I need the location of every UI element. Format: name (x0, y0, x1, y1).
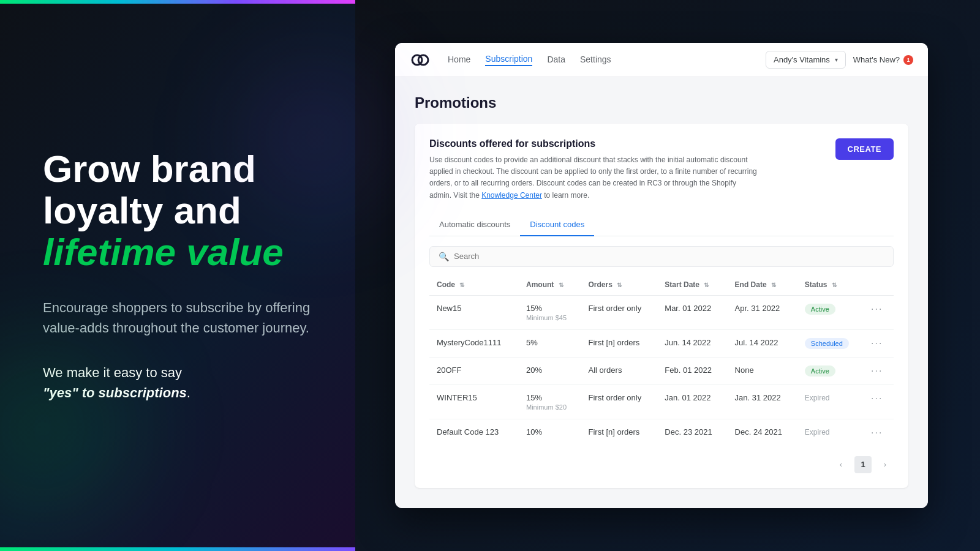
cell-start-date: Jun. 14 2022 (657, 329, 727, 357)
status-badge: Active (805, 365, 835, 377)
cell-end-date: Jan. 31 2022 (728, 384, 797, 419)
right-panel: Home Subscription Data Settings Andy's V… (355, 0, 980, 551)
col-end-date: End Date ⇅ (728, 274, 797, 296)
tabs: Automatic discounts Discount codes (429, 214, 894, 236)
cell-status: Active (797, 295, 864, 329)
table-row: 20OFF 20% All orders Feb. 01 2022 None A… (429, 357, 894, 384)
col-amount: Amount ⇅ (519, 274, 581, 296)
whats-new-button[interactable]: What's New? 1 (853, 55, 913, 65)
discount-codes-table: Code ⇅ Amount ⇅ Orders ⇅ (429, 274, 894, 446)
pagination: ‹ 1 › (429, 456, 894, 473)
cell-code: MysteryCode1111 (429, 329, 519, 357)
sort-icon-start-date[interactable]: ⇅ (704, 282, 709, 288)
cell-actions: ··· (864, 419, 894, 446)
amount-main: 5% (526, 338, 574, 347)
cell-status: Active (797, 357, 864, 384)
cell-actions: ··· (864, 384, 894, 419)
hero-subtitle: Encourage shoppers to subscribe by offer… (43, 298, 318, 338)
nav-links: Home Subscription Data Settings (448, 54, 766, 66)
hero-title-accent: lifetime value (43, 231, 284, 273)
cell-actions: ··· (864, 357, 894, 384)
nav-link-subscription[interactable]: Subscription (485, 54, 532, 66)
cell-amount: 5% (519, 329, 581, 357)
col-status: Status ⇅ (797, 274, 864, 296)
sort-icon-code[interactable]: ⇅ (459, 282, 464, 288)
cell-start-date: Feb. 01 2022 (657, 357, 727, 384)
cell-orders: First order only (581, 295, 658, 329)
table-body: New15 15% Minimum $45 First order only M… (429, 295, 894, 446)
row-actions-button[interactable]: ··· (871, 365, 883, 376)
table-header: Code ⇅ Amount ⇅ Orders ⇅ (429, 274, 894, 296)
col-code: Code ⇅ (429, 274, 519, 296)
cell-amount: 20% (519, 357, 581, 384)
hero-cta-text: We make it easy to say (43, 365, 182, 380)
table-row: New15 15% Minimum $45 First order only M… (429, 295, 894, 329)
hero-title-line2: loyalty and (43, 189, 241, 231)
create-button[interactable]: CREATE (835, 138, 894, 160)
promotions-card: Discounts offered for subscriptions Use … (415, 124, 908, 488)
nav-link-home[interactable]: Home (448, 54, 470, 66)
card-info: Discounts offered for subscriptions Use … (429, 138, 760, 201)
hero-title-line1: Grow brand (43, 148, 256, 190)
current-page-button[interactable]: 1 (854, 456, 872, 473)
cell-code: 20OFF (429, 357, 519, 384)
main-content: Promotions Discounts offered for subscri… (395, 77, 928, 508)
col-actions (864, 274, 894, 296)
cell-orders: First [n] orders (581, 419, 658, 446)
cell-code: Default Code 123 (429, 419, 519, 446)
hero-title: Grow brand loyalty and lifetime value (43, 148, 318, 274)
knowledge-center-link[interactable]: Knowledge Center (481, 191, 542, 200)
col-orders: Orders ⇅ (581, 274, 658, 296)
status-badge: Expired (805, 428, 830, 437)
card-title: Discounts offered for subscriptions (429, 138, 760, 149)
amount-main: 10% (526, 427, 574, 437)
cell-start-date: Jan. 01 2022 (657, 384, 727, 419)
tab-automatic-discounts[interactable]: Automatic discounts (429, 214, 520, 236)
cell-code: New15 (429, 295, 519, 329)
sort-icon-amount[interactable]: ⇅ (559, 282, 564, 288)
prev-page-button[interactable]: ‹ (832, 456, 850, 473)
navbar: Home Subscription Data Settings Andy's V… (395, 43, 928, 77)
amount-sub: Minimum $20 (526, 403, 574, 411)
cell-start-date: Dec. 23 2021 (657, 419, 727, 446)
col-start-date: Start Date ⇅ (657, 274, 727, 296)
row-actions-button[interactable]: ··· (871, 304, 883, 314)
cell-start-date: Mar. 01 2022 (657, 295, 727, 329)
cell-status: Scheduled (797, 329, 864, 357)
svg-point-1 (418, 55, 428, 65)
cell-status: Expired (797, 384, 864, 419)
cell-orders: All orders (581, 357, 658, 384)
sort-icon-status[interactable]: ⇅ (832, 282, 837, 288)
row-actions-button[interactable]: ··· (871, 393, 883, 403)
card-description: Use discount codes to provide an additio… (429, 154, 760, 201)
cell-end-date: Dec. 24 2021 (728, 419, 797, 446)
tab-discount-codes[interactable]: Discount codes (520, 214, 594, 236)
hero-cta-end: . (187, 385, 190, 400)
cell-amount: 10% (519, 419, 581, 446)
cell-amount: 15% Minimum $45 (519, 295, 581, 329)
nav-link-data[interactable]: Data (547, 54, 565, 66)
amount-main: 15% (526, 304, 574, 313)
card-header: Discounts offered for subscriptions Use … (429, 138, 894, 201)
hero-cta-italic: "yes" to subscriptions (43, 385, 187, 400)
next-page-button[interactable]: › (876, 456, 894, 473)
store-selector[interactable]: Andy's Vitamins ▾ (766, 51, 846, 69)
sort-icon-orders[interactable]: ⇅ (617, 282, 622, 288)
table-header-row: Code ⇅ Amount ⇅ Orders ⇅ (429, 274, 894, 296)
cell-end-date: None (728, 357, 797, 384)
nav-right: Andy's Vitamins ▾ What's New? 1 (766, 51, 913, 69)
card-description-text: Use discount codes to provide an additio… (429, 156, 757, 200)
row-actions-button[interactable]: ··· (871, 427, 883, 438)
nav-link-settings[interactable]: Settings (580, 54, 611, 66)
sort-icon-end-date[interactable]: ⇅ (771, 282, 776, 288)
cell-code: WINTER15 (429, 384, 519, 419)
cell-orders: First [n] orders (581, 329, 658, 357)
row-actions-button[interactable]: ··· (871, 338, 883, 348)
search-icon: 🔍 (439, 252, 449, 261)
notification-dot: 1 (903, 55, 913, 65)
status-badge: Scheduled (805, 338, 849, 349)
search-input[interactable] (454, 252, 884, 261)
cell-end-date: Apr. 31 2022 (728, 295, 797, 329)
cell-actions: ··· (864, 295, 894, 329)
table-row: MysteryCode1111 5% First [n] orders Jun.… (429, 329, 894, 357)
